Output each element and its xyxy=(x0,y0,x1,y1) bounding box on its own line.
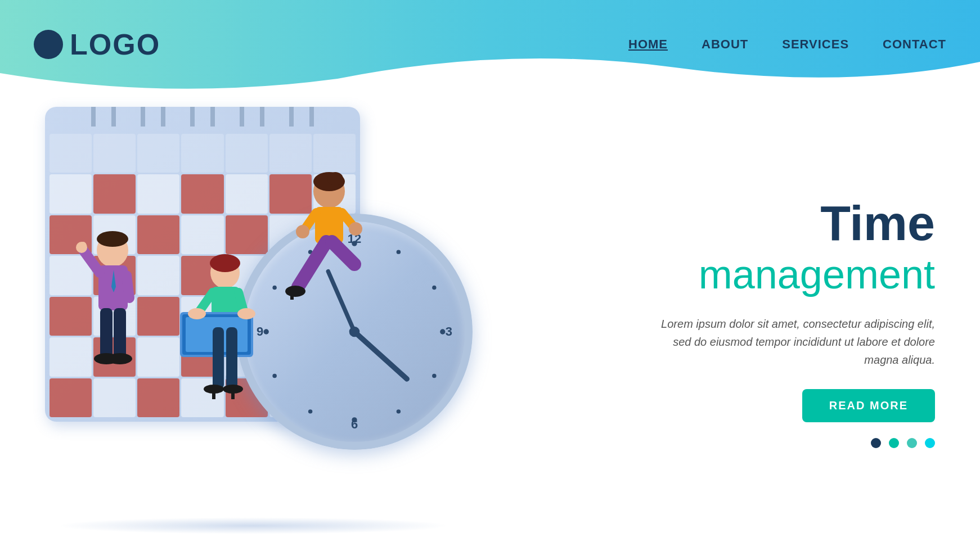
svg-rect-22 xyxy=(100,308,113,359)
text-area: Time management Lorem ipsum dolor sit am… xyxy=(563,73,980,551)
svg-point-45 xyxy=(327,172,343,186)
svg-point-28 xyxy=(210,254,240,272)
svg-rect-37 xyxy=(213,327,224,389)
nav-services[interactable]: SERVICES xyxy=(782,37,849,52)
main-content: 12 3 6 9 xyxy=(0,73,980,551)
nav-home[interactable]: HOME xyxy=(628,37,668,52)
ring-2 xyxy=(141,107,165,127)
svg-point-25 xyxy=(107,353,132,364)
svg-point-4 xyxy=(440,329,445,334)
svg-point-53 xyxy=(285,286,305,297)
svg-point-9 xyxy=(432,374,436,378)
svg-rect-23 xyxy=(114,308,126,359)
ring-1 xyxy=(91,107,116,127)
people-illustration xyxy=(23,163,416,500)
logo-icon xyxy=(34,30,63,59)
ring-3 xyxy=(190,107,215,127)
nav-about[interactable]: ABOUT xyxy=(702,37,748,52)
svg-point-26 xyxy=(80,242,87,251)
hero-title-time: Time xyxy=(585,198,935,248)
svg-line-51 xyxy=(298,242,326,287)
calendar-rings xyxy=(45,107,360,127)
illustration-area: 12 3 6 9 xyxy=(0,73,563,551)
nav-contact[interactable]: CONTACT xyxy=(883,37,946,52)
nav-links: HOME ABOUT SERVICES CONTACT xyxy=(628,37,946,52)
svg-point-36 xyxy=(237,308,255,319)
svg-rect-40 xyxy=(212,388,215,399)
hero-description: Lorem ipsum dolor sit amet, consectetur … xyxy=(654,315,935,369)
svg-line-52 xyxy=(332,242,354,264)
svg-point-35 xyxy=(188,308,206,319)
svg-point-8 xyxy=(432,286,436,290)
ring-4 xyxy=(240,107,264,127)
logo-area: LOGO xyxy=(34,28,160,61)
svg-rect-54 xyxy=(290,290,294,300)
svg-point-50 xyxy=(349,222,362,236)
svg-point-49 xyxy=(296,225,309,238)
logo-text: LOGO xyxy=(70,28,160,61)
svg-rect-38 xyxy=(226,327,237,389)
ring-5 xyxy=(289,107,314,127)
dot-2[interactable] xyxy=(889,438,899,448)
svg-point-16 xyxy=(97,231,128,247)
svg-rect-42 xyxy=(231,388,235,399)
dot-1[interactable] xyxy=(871,438,881,448)
illustration-shadow xyxy=(56,517,450,534)
svg-line-21 xyxy=(127,276,129,298)
navbar: LOGO HOME ABOUT SERVICES CONTACT xyxy=(0,0,980,73)
dot-4[interactable] xyxy=(925,438,935,448)
pagination-dots xyxy=(871,438,935,448)
hero-title-management: management xyxy=(585,252,935,297)
read-more-button[interactable]: READ MORE xyxy=(802,389,935,422)
dot-3[interactable] xyxy=(907,438,917,448)
